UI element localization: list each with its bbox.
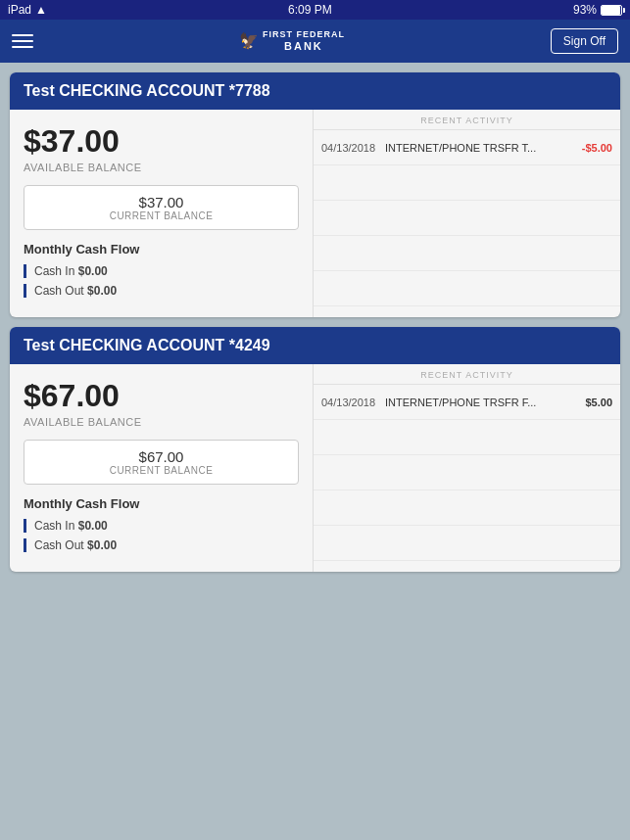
device-label: iPad xyxy=(8,3,31,17)
available-balance-label-2: AVAILABLE BALANCE xyxy=(24,416,299,428)
cash-out-bar-2 xyxy=(24,538,26,552)
activity-desc-2-0: INTERNET/PHONE TRSFR F... xyxy=(385,397,568,408)
account-right-1: RECENT ACTIVITY 04/13/2018 INTERNET/PHON… xyxy=(314,110,620,317)
activity-date-1-0: 04/13/2018 xyxy=(321,142,385,154)
current-balance-box-1: $37.00 CURRENT BALANCE xyxy=(24,185,299,230)
bank-name: FIRST FEDERAL BANK xyxy=(263,30,345,52)
activity-amount-2-0: $5.00 xyxy=(568,397,612,408)
available-balance-amount-2: $67.00 xyxy=(24,378,299,414)
main-content: Test CHECKING ACCOUNT *7788 $37.00 AVAIL… xyxy=(0,63,630,840)
current-balance-amount-2: $67.00 xyxy=(32,448,290,465)
account-body-2: $67.00 AVAILABLE BALANCE $67.00 CURRENT … xyxy=(10,364,620,572)
hamburger-line-2 xyxy=(12,40,33,42)
monthly-cash-flow-title-2: Monthly Cash Flow xyxy=(24,496,299,511)
cash-out-value-1: $0.00 xyxy=(87,284,117,298)
activity-amount-1-0: -$5.00 xyxy=(568,142,612,154)
account-right-2: RECENT ACTIVITY 04/13/2018 INTERNET/PHON… xyxy=(314,364,620,572)
cash-out-row-1: Cash Out $0.00 xyxy=(24,284,299,298)
status-time: 6:09 PM xyxy=(288,3,332,17)
bank-name-bottom: BANK xyxy=(263,40,345,52)
battery-percent: 93% xyxy=(573,3,597,17)
hamburger-line-3 xyxy=(12,46,33,48)
wifi-icon: ▲ xyxy=(35,3,47,17)
activity-empty-2-3 xyxy=(314,490,620,526)
cash-out-bar-1 xyxy=(24,284,26,298)
bank-logo: 🦅 FIRST FEDERAL BANK xyxy=(239,30,345,52)
account-body-1: $37.00 AVAILABLE BALANCE $37.00 CURRENT … xyxy=(10,110,620,317)
current-balance-label-2: CURRENT BALANCE xyxy=(32,465,290,476)
bank-name-top: FIRST FEDERAL xyxy=(263,30,345,40)
nav-bar: 🦅 FIRST FEDERAL BANK Sign Off xyxy=(0,20,630,63)
available-balance-amount-1: $37.00 xyxy=(24,123,299,160)
activity-empty-2-2 xyxy=(314,455,620,490)
activity-date-2-0: 04/13/2018 xyxy=(321,397,385,408)
cash-in-bar-1 xyxy=(24,264,26,278)
activity-empty-1-3 xyxy=(314,236,620,271)
recent-activity-label-2: RECENT ACTIVITY xyxy=(314,364,620,385)
hamburger-line-1 xyxy=(12,34,33,36)
account-left-1: $37.00 AVAILABLE BALANCE $37.00 CURRENT … xyxy=(10,110,314,317)
cash-in-label-2: Cash In xyxy=(34,519,74,533)
monthly-cash-flow-title-1: Monthly Cash Flow xyxy=(24,242,299,257)
cash-in-row-2: Cash In $0.00 xyxy=(24,519,299,533)
activity-empty-2-4 xyxy=(314,526,620,561)
cash-in-value-1: $0.00 xyxy=(78,264,108,278)
activity-row-1-0[interactable]: 04/13/2018 INTERNET/PHONE TRSFR T... -$5… xyxy=(314,130,620,165)
activity-row-2-0[interactable]: 04/13/2018 INTERNET/PHONE TRSFR F... $5.… xyxy=(314,385,620,420)
cash-in-value-2: $0.00 xyxy=(78,519,108,533)
current-balance-box-2: $67.00 CURRENT BALANCE xyxy=(24,440,299,485)
battery-icon xyxy=(601,5,622,16)
bank-bird-icon: 🦅 xyxy=(239,31,259,50)
activity-empty-1-1 xyxy=(314,165,620,201)
cash-in-bar-2 xyxy=(24,519,26,533)
cash-out-label-1: Cash Out xyxy=(34,284,84,298)
cash-in-row-1: Cash In $0.00 xyxy=(24,264,299,278)
current-balance-label-1: CURRENT BALANCE xyxy=(32,210,290,221)
recent-activity-label-1: RECENT ACTIVITY xyxy=(314,110,620,130)
activity-empty-1-4 xyxy=(314,271,620,306)
status-bar: iPad ▲ 6:09 PM 93% xyxy=(0,0,630,20)
account-title-2: Test CHECKING ACCOUNT *4249 xyxy=(10,327,620,364)
activity-desc-1-0: INTERNET/PHONE TRSFR T... xyxy=(385,142,568,154)
account-title-1: Test CHECKING ACCOUNT *7788 xyxy=(10,72,620,110)
cash-out-row-2: Cash Out $0.00 xyxy=(24,538,299,552)
menu-button[interactable] xyxy=(12,34,33,48)
cash-out-value-2: $0.00 xyxy=(87,538,117,552)
current-balance-amount-1: $37.00 xyxy=(32,194,290,210)
activity-empty-1-2 xyxy=(314,201,620,236)
account-card-1: Test CHECKING ACCOUNT *7788 $37.00 AVAIL… xyxy=(10,72,620,317)
status-right: 93% xyxy=(573,3,622,17)
sign-out-button[interactable]: Sign Off xyxy=(551,28,618,54)
battery-fill xyxy=(602,6,620,15)
available-balance-label-1: AVAILABLE BALANCE xyxy=(24,162,299,173)
status-left: iPad ▲ xyxy=(8,3,47,17)
account-left-2: $67.00 AVAILABLE BALANCE $67.00 CURRENT … xyxy=(10,364,314,572)
activity-empty-2-1 xyxy=(314,420,620,455)
cash-in-label-1: Cash In xyxy=(34,264,74,278)
account-card-2: Test CHECKING ACCOUNT *4249 $67.00 AVAIL… xyxy=(10,327,620,572)
cash-out-label-2: Cash Out xyxy=(34,538,84,552)
